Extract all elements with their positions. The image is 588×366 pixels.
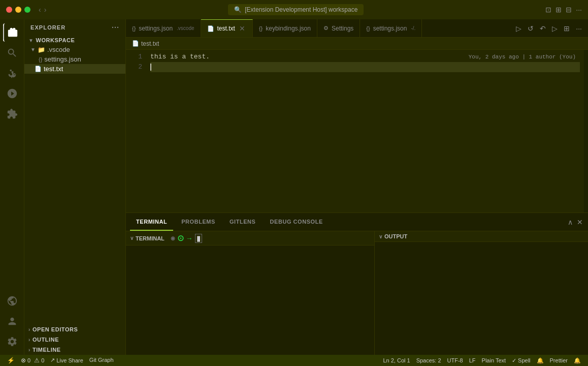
test-txt-icon: 📄 [35, 66, 42, 72]
panel-tab-terminal[interactable]: TERMINAL [130, 213, 173, 231]
more-action-icon[interactable]: ··· [574, 23, 584, 34]
open-editors-section[interactable]: › OPEN EDITORS [24, 324, 125, 334]
status-language-mode[interactable]: Plain Text [479, 357, 509, 363]
status-bell[interactable]: 🔔 [571, 357, 584, 364]
activity-source-control[interactable] [3, 64, 21, 82]
sidebar-more-icon[interactable]: ··· [112, 23, 119, 32]
panel-collapse-icon[interactable]: ∧ [567, 217, 574, 227]
breadcrumb-path[interactable]: test.txt [141, 40, 159, 47]
run-action-icon[interactable]: ▷ [514, 23, 524, 34]
spell-label: Spell [518, 357, 530, 363]
more-icon[interactable]: ··· [576, 6, 582, 14]
status-errors[interactable]: ⊗ 0 ⚠ 0 [18, 357, 47, 364]
activity-run[interactable] [3, 84, 21, 103]
forward-action-icon[interactable]: ▷ [550, 23, 560, 34]
panel-tab-problems[interactable]: PROBLEMS [175, 213, 221, 231]
status-spell[interactable]: ✓ Spell [509, 357, 533, 364]
activity-bar-bottom [3, 292, 21, 351]
timeline-section[interactable]: › TIMELINE [24, 345, 125, 355]
layout-icon[interactable]: ⊡ [545, 6, 551, 14]
activity-accounts[interactable] [3, 312, 21, 330]
tab-settings-json-2[interactable]: {} settings.json -/. [360, 19, 422, 37]
terminal-dot-icon: ◉ [171, 235, 175, 241]
status-cursor-position[interactable]: Ln 2, Col 1 [380, 357, 413, 363]
split-icon[interactable]: ⊟ [566, 6, 572, 14]
vscode-folder[interactable]: ▼ 📁 .vscode [24, 45, 125, 54]
nav-back-icon[interactable]: ‹ [39, 6, 41, 14]
workspace-section[interactable]: ▼ WORKSPACE [24, 36, 125, 45]
tab-test-txt[interactable]: 📄 test.txt ✕ [201, 19, 253, 37]
timeline-chevron: › [28, 347, 30, 353]
activity-remote[interactable] [3, 292, 21, 310]
panel-tab-gitlens-label: GITLENS [230, 219, 256, 225]
terminal-arrow-icon[interactable]: → [186, 234, 193, 242]
notification-icon: 🔔 [537, 357, 544, 364]
output-body[interactable] [375, 242, 588, 355]
status-git-graph[interactable]: Git Graph [86, 357, 117, 363]
terminal-shell-icon[interactable]: ▮ [195, 234, 202, 243]
sidebar-item-test-txt[interactable]: 📄 test.txt [24, 64, 125, 74]
window-title: 🔍 [Extension Development Host] workspace [228, 4, 364, 15]
title-bar: ‹ › 🔍 [Extension Development Host] works… [0, 0, 588, 19]
editor-scrollbar[interactable] [584, 50, 588, 212]
terminal-icons: ◉ ⊙ → ▮ [167, 233, 202, 243]
tab-path-2: -/. [411, 25, 415, 31]
activity-extensions[interactable] [3, 105, 21, 123]
output-chevron: ∨ [379, 234, 382, 239]
tab-close-button[interactable]: ✕ [238, 24, 246, 33]
minimize-button[interactable] [15, 7, 21, 13]
sidebar-title: EXPLORER [30, 24, 66, 30]
revert-action-icon[interactable]: ↺ [526, 23, 536, 34]
output-section: ∨ OUTPUT [375, 231, 588, 355]
tab-settings[interactable]: ⚙ Settings [317, 19, 360, 37]
terminal-header: ∨ TERMINAL ◉ ⊙ → ▮ [126, 231, 374, 246]
back-action-icon[interactable]: ↶ [538, 23, 548, 34]
terminal-refresh-icon[interactable]: ⊙ [177, 233, 184, 243]
status-prettier[interactable]: Prettier [547, 357, 571, 363]
title-right: ⊡ ⊞ ⊟ ··· [545, 6, 582, 14]
close-button[interactable] [6, 7, 12, 13]
vscode-chevron: ▼ [30, 47, 36, 52]
open-editors-chevron: › [28, 327, 30, 332]
editor-container[interactable]: 1 2 You, 2 days ago | 1 author (You) thi… [126, 50, 588, 212]
panel-tab-debug[interactable]: DEBUG CONSOLE [264, 213, 329, 231]
encoding-label: UTF-8 [447, 357, 463, 363]
spell-check-icon: ✓ [512, 357, 516, 364]
output-header: ∨ OUTPUT [375, 231, 588, 242]
activity-explorer[interactable] [3, 23, 21, 42]
status-notification[interactable]: 🔔 [534, 357, 547, 364]
cursor-position-label: Ln 2, Col 1 [383, 357, 410, 363]
nav-forward-icon[interactable]: › [44, 6, 47, 14]
maximize-button[interactable] [24, 7, 30, 13]
status-remote[interactable]: ⚡ [4, 357, 18, 364]
tab-settings-json-vscode[interactable]: {} settings.json .vscode [126, 19, 201, 37]
status-live-share[interactable]: ↗ Live Share [47, 357, 86, 363]
activity-settings[interactable] [3, 332, 21, 351]
editor-content[interactable]: You, 2 days ago | 1 author (You) this is… [146, 50, 584, 212]
indentation-label: Spaces: 2 [416, 357, 441, 363]
code-line-2[interactable] [150, 62, 580, 72]
status-encoding[interactable]: UTF-8 [444, 357, 466, 363]
outline-section[interactable]: › OUTLINE [24, 334, 125, 345]
activity-bar [0, 19, 24, 355]
breadcrumb: 📄 test.txt [126, 38, 588, 50]
git-graph-label: Git Graph [89, 357, 114, 363]
terminal-chevron: ∨ [130, 235, 134, 241]
panel-close-icon[interactable]: ✕ [576, 217, 584, 227]
panel: TERMINAL PROBLEMS GITLENS DEBUG CONSOLE … [126, 212, 588, 355]
editor-area: {} settings.json .vscode 📄 test.txt ✕ {}… [126, 19, 588, 355]
status-line-endings[interactable]: LF [466, 357, 479, 363]
sidebar-content: ▼ WORKSPACE ▼ 📁 .vscode {} settings.json… [24, 34, 125, 324]
activity-search[interactable] [3, 44, 21, 62]
tab-settings-json-vscode-label: settings.json [139, 25, 173, 32]
sidebar: EXPLORER ··· ▼ WORKSPACE ▼ 📁 .vscode {} … [24, 19, 126, 355]
panel-tab-gitlens[interactable]: GITLENS [223, 213, 262, 231]
terminal-section: ∨ TERMINAL ◉ ⊙ → ▮ [126, 231, 375, 355]
sidebar-item-settings-json[interactable]: {} settings.json [24, 54, 125, 64]
status-indentation[interactable]: Spaces: 2 [413, 357, 444, 363]
tab-keybindings-json[interactable]: {} keybindings.json [253, 19, 317, 37]
split-action-icon[interactable]: ⊞ [562, 23, 572, 34]
terminal-body[interactable] [126, 246, 374, 355]
tab-keybindings-label: keybindings.json [266, 25, 311, 32]
sidebar-icon[interactable]: ⊞ [556, 6, 562, 14]
